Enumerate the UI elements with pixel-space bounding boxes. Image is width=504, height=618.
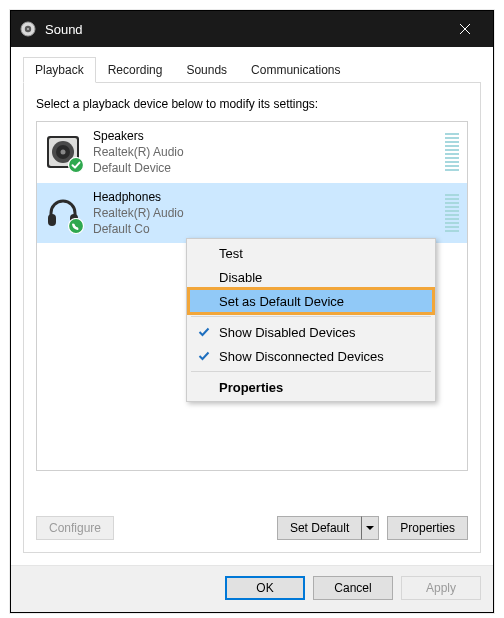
set-default-dropdown[interactable] [361,516,379,540]
menu-separator [191,316,431,317]
device-info: Speakers Realtek(R) Audio Default Device [93,128,433,177]
menu-item-show-disconnected[interactable]: Show Disconnected Devices [189,344,433,368]
svg-point-2 [27,28,29,30]
device-driver: Realtek(R) Audio [93,205,433,221]
device-name: Speakers [93,128,433,144]
tab-sounds[interactable]: Sounds [174,57,239,83]
tab-playback[interactable]: Playback [23,57,96,83]
tab-bottom-buttons: Configure Set Default Properties [36,516,468,540]
cancel-button[interactable]: Cancel [313,576,393,600]
menu-item-disable[interactable]: Disable [189,265,433,289]
device-item-headphones[interactable]: Headphones Realtek(R) Audio Default Co [37,183,467,244]
check-icon [197,325,211,339]
level-meter [445,133,459,171]
svg-point-11 [69,218,84,233]
default-badge-icon [68,157,84,173]
ok-button[interactable]: OK [225,576,305,600]
menu-item-test[interactable]: Test [189,241,433,265]
apply-button[interactable]: Apply [401,576,481,600]
window-title: Sound [45,22,445,37]
titlebar: Sound [11,11,493,47]
menu-item-set-default[interactable]: Set as Default Device [189,289,433,313]
speaker-icon [45,134,81,170]
device-status: Default Co [93,221,433,237]
menu-separator [191,371,431,372]
menu-item-label: Test [219,246,243,261]
menu-item-properties[interactable]: Properties [189,375,433,399]
context-menu: Test Disable Set as Default Device Show … [186,238,436,402]
menu-item-label: Properties [219,380,283,395]
check-icon [197,349,211,363]
device-name: Headphones [93,189,433,205]
client-area: Playback Recording Sounds Communications… [11,47,493,565]
set-default-button[interactable]: Set Default [277,516,361,540]
tab-communications[interactable]: Communications [239,57,352,83]
menu-item-label: Show Disabled Devices [219,325,356,340]
device-status: Default Device [93,160,433,176]
app-icon [19,20,37,38]
device-item-speakers[interactable]: Speakers Realtek(R) Audio Default Device [37,122,467,183]
set-default-split-button[interactable]: Set Default [277,516,379,540]
menu-item-label: Set as Default Device [219,294,344,309]
default-comm-badge-icon [68,218,84,234]
chevron-down-icon [366,524,374,532]
device-driver: Realtek(R) Audio [93,144,433,160]
device-info: Headphones Realtek(R) Audio Default Co [93,189,433,238]
tab-recording[interactable]: Recording [96,57,175,83]
dialog-buttons: OK Cancel Apply [11,565,493,612]
configure-button[interactable]: Configure [36,516,114,540]
svg-point-7 [61,150,66,155]
instruction-text: Select a playback device below to modify… [36,97,468,111]
tab-strip: Playback Recording Sounds Communications [23,57,481,83]
sound-dialog: Sound Playback Recording Sounds Communic… [10,10,494,613]
menu-item-label: Disable [219,270,262,285]
level-meter [445,194,459,232]
properties-button[interactable]: Properties [387,516,468,540]
menu-item-label: Show Disconnected Devices [219,349,384,364]
close-button[interactable] [445,11,485,47]
menu-item-show-disabled[interactable]: Show Disabled Devices [189,320,433,344]
svg-rect-9 [48,214,56,226]
headphones-icon [45,195,81,231]
